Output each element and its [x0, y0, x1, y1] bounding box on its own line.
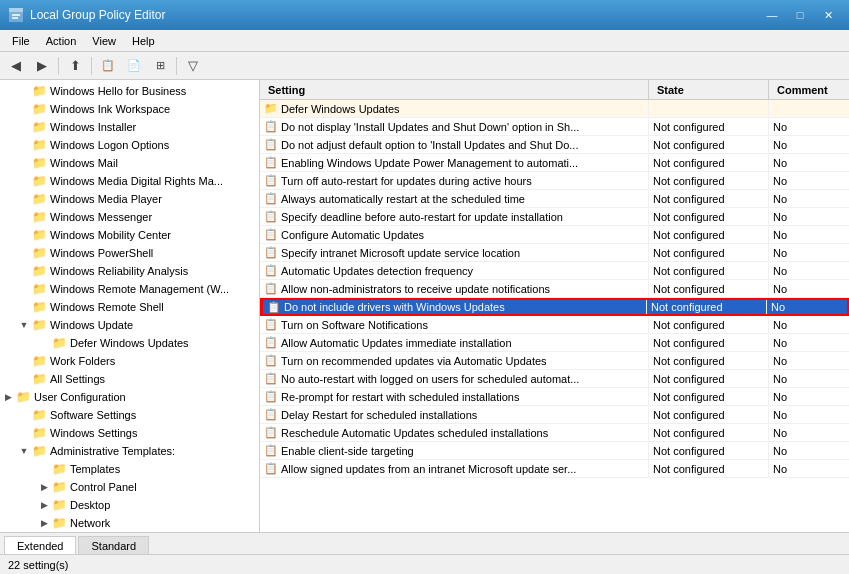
tree-item-user-configuration[interactable]: ▶ 📁 User Configuration	[0, 388, 259, 406]
tree-item-software-settings[interactable]: 📁 Software Settings	[0, 406, 259, 424]
new-window-button[interactable]: ⊞	[148, 55, 172, 77]
table-row[interactable]: 📋 Specify intranet Microsoft update serv…	[260, 244, 849, 262]
setting-name-text: Enable client-side targeting	[281, 445, 414, 457]
cell-setting-name: 📋 Do not include drivers with Windows Up…	[263, 300, 647, 314]
folder-icon-windows-remote-shell: 📁	[32, 300, 48, 314]
setting-name-text: Re-prompt for restart with scheduled ins…	[281, 391, 519, 403]
tab-extended[interactable]: Extended	[4, 536, 76, 554]
table-row[interactable]: 📋 Automatic Updates detection frequency …	[260, 262, 849, 280]
tree-item-control-panel[interactable]: ▶ 📁 Control Panel	[0, 478, 259, 496]
folder-icon-windows-mobility: 📁	[32, 228, 48, 242]
table-row[interactable]: 📋 Specify deadline before auto-restart f…	[260, 208, 849, 226]
table-header: Setting State Comment	[260, 80, 849, 100]
menu-file[interactable]: File	[4, 33, 38, 49]
tree-item-windows-mail[interactable]: 📁 Windows Mail	[0, 154, 259, 172]
setting-name-text: Allow non-administrators to receive upda…	[281, 283, 550, 295]
show-hide-button[interactable]: 📋	[96, 55, 120, 77]
setting-name-text: No auto-restart with logged on users for…	[281, 373, 579, 385]
table-row[interactable]: 📋 Allow signed updates from an intranet …	[260, 460, 849, 478]
tree-item-desktop[interactable]: ▶ 📁 Desktop	[0, 496, 259, 514]
header-setting[interactable]: Setting	[260, 80, 649, 99]
properties-button[interactable]: 📄	[122, 55, 146, 77]
table-row[interactable]: 📋 Reschedule Automatic Updates scheduled…	[260, 424, 849, 442]
folder-icon-control-panel: 📁	[52, 480, 68, 494]
table-row[interactable]: 📋 No auto-restart with logged on users f…	[260, 370, 849, 388]
cell-state: Not configured	[647, 300, 767, 314]
setting-name-text: Always automatically restart at the sche…	[281, 193, 525, 205]
table-row[interactable]: 📋 Do not display 'Install Updates and Sh…	[260, 118, 849, 136]
tree-item-windows-settings[interactable]: 📁 Windows Settings	[0, 424, 259, 442]
tree-item-windows-installer[interactable]: 📁 Windows Installer	[0, 118, 259, 136]
tree-item-windows-remote-mgmt[interactable]: 📁 Windows Remote Management (W...	[0, 280, 259, 298]
title-bar: Local Group Policy Editor — □ ✕	[0, 0, 849, 30]
tree-item-windows-mobility[interactable]: 📁 Windows Mobility Center	[0, 226, 259, 244]
tree-item-windows-logon[interactable]: 📁 Windows Logon Options	[0, 136, 259, 154]
cell-comment: No	[769, 388, 849, 405]
tree-label-windows-powershell: Windows PowerShell	[50, 247, 153, 259]
tab-standard[interactable]: Standard	[78, 536, 149, 554]
cell-state: Not configured	[649, 172, 769, 189]
cell-state: Not configured	[649, 136, 769, 153]
maximize-button[interactable]: □	[787, 5, 813, 25]
menu-help[interactable]: Help	[124, 33, 163, 49]
table-row[interactable]: 📋 Re-prompt for restart with scheduled i…	[260, 388, 849, 406]
close-button[interactable]: ✕	[815, 5, 841, 25]
table-row[interactable]: 📋 Enable client-side targeting Not confi…	[260, 442, 849, 460]
tree-item-defer-windows-updates[interactable]: 📁 Defer Windows Updates	[0, 334, 259, 352]
tree-item-windows-media-drm[interactable]: 📁 Windows Media Digital Rights Ma...	[0, 172, 259, 190]
table-row[interactable]: 📋 Allow Automatic Updates immediate inst…	[260, 334, 849, 352]
tree-item-windows-ink[interactable]: 📁 Windows Ink Workspace	[0, 100, 259, 118]
menu-action[interactable]: Action	[38, 33, 85, 49]
policy-icon: 📋	[264, 336, 278, 350]
tree-label-templates-item: Templates	[70, 463, 120, 475]
table-row[interactable]: 📋 Delay Restart for scheduled installati…	[260, 406, 849, 424]
back-button[interactable]: ◀	[4, 55, 28, 77]
cell-setting-name: 📋 Automatic Updates detection frequency	[260, 262, 649, 279]
tree-label-windows-media-player: Windows Media Player	[50, 193, 162, 205]
cell-comment: No	[767, 300, 847, 314]
table-body: 📁 Defer Windows Updates 📋 Do not display…	[260, 100, 849, 532]
header-state[interactable]: State	[649, 80, 769, 99]
window-title: Local Group Policy Editor	[30, 8, 759, 22]
minimize-button[interactable]: —	[759, 5, 785, 25]
tree-item-windows-hello[interactable]: 📁 Windows Hello for Business	[0, 82, 259, 100]
table-row[interactable]: 📋 Always automatically restart at the sc…	[260, 190, 849, 208]
filter-button[interactable]: ▽	[181, 55, 205, 77]
cell-state: Not configured	[649, 334, 769, 351]
tree-label-windows-update: Windows Update	[50, 319, 133, 331]
cell-state: Not configured	[649, 460, 769, 477]
table-row[interactable]: 📋 Turn off auto-restart for updates duri…	[260, 172, 849, 190]
cell-setting-name: 📋 No auto-restart with logged on users f…	[260, 370, 649, 387]
tree-item-windows-media-player[interactable]: 📁 Windows Media Player	[0, 190, 259, 208]
tree-item-windows-messenger[interactable]: 📁 Windows Messenger	[0, 208, 259, 226]
tree-item-network[interactable]: ▶ 📁 Network	[0, 514, 259, 532]
tree-item-all-settings[interactable]: 📁 All Settings	[0, 370, 259, 388]
tree-label-windows-settings: Windows Settings	[50, 427, 137, 439]
tree-item-windows-remote-shell[interactable]: 📁 Windows Remote Shell	[0, 298, 259, 316]
table-row[interactable]: 📋 Configure Automatic Updates Not config…	[260, 226, 849, 244]
table-row[interactable]: 📋 Turn on Software Notifications Not con…	[260, 316, 849, 334]
cell-state: Not configured	[649, 316, 769, 333]
tree-label-windows-remote-mgmt: Windows Remote Management (W...	[50, 283, 229, 295]
table-row[interactable]: 📋 Turn on recommended updates via Automa…	[260, 352, 849, 370]
table-row[interactable]: 📋 Do not include drivers with Windows Up…	[260, 298, 849, 316]
tree-arrow-windows-update: ▼	[16, 320, 32, 330]
table-row[interactable]: 📋 Do not adjust default option to 'Insta…	[260, 136, 849, 154]
table-row[interactable]: 📁 Defer Windows Updates	[260, 100, 849, 118]
forward-button[interactable]: ▶	[30, 55, 54, 77]
cell-comment: No	[769, 154, 849, 171]
table-row[interactable]: 📋 Enabling Windows Update Power Manageme…	[260, 154, 849, 172]
up-button[interactable]: ⬆	[63, 55, 87, 77]
tree-item-admin-templates[interactable]: ▼ 📁 Administrative Templates:	[0, 442, 259, 460]
tree-item-windows-powershell[interactable]: 📁 Windows PowerShell	[0, 244, 259, 262]
folder-icon-windows-reliability: 📁	[32, 264, 48, 278]
menu-view[interactable]: View	[84, 33, 124, 49]
tree-item-windows-update[interactable]: ▼ 📁 Windows Update	[0, 316, 259, 334]
tree-item-templates-item[interactable]: 📁 Templates	[0, 460, 259, 478]
cell-setting-name: 📋 Turn on recommended updates via Automa…	[260, 352, 649, 369]
table-row[interactable]: 📋 Allow non-administrators to receive up…	[260, 280, 849, 298]
tree-item-work-folders[interactable]: 📁 Work Folders	[0, 352, 259, 370]
header-comment[interactable]: Comment	[769, 80, 849, 99]
tree-item-windows-reliability[interactable]: 📁 Windows Reliability Analysis	[0, 262, 259, 280]
folder-icon-templates-item: 📁	[52, 462, 68, 476]
